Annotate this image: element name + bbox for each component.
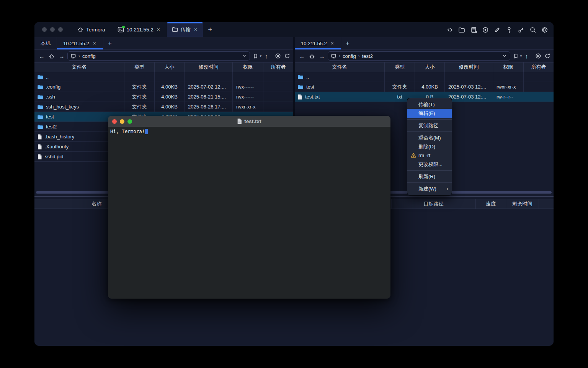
search-icon[interactable]: [529, 26, 536, 33]
chevron-down-icon[interactable]: [242, 53, 247, 59]
column-header[interactable]: 剩余时间: [506, 199, 539, 209]
tab-local[interactable]: 本机: [34, 37, 57, 49]
tab-home[interactable]: Termora: [71, 22, 111, 37]
column-header[interactable]: 修改时间: [445, 62, 493, 72]
code-snippets-icon[interactable]: [446, 26, 453, 33]
right-new-tab-button[interactable]: +: [341, 37, 354, 49]
table-row[interactable]: ..: [295, 72, 554, 82]
folder-icon[interactable]: [458, 26, 465, 33]
minimize-window-button[interactable]: [50, 27, 55, 32]
context-menu: 传输(T) 编辑(E) 复制路径 重命名(M) 删除(D) rm -rf 更改权…: [407, 98, 452, 196]
upload-button[interactable]: ↑: [525, 53, 534, 59]
column-header[interactable]: 速度: [476, 199, 506, 209]
home-button[interactable]: [308, 53, 316, 59]
connected-status-dot: [122, 26, 125, 28]
column-header[interactable]: 大小: [155, 62, 185, 72]
home-button[interactable]: [47, 53, 56, 59]
zoom-window-button[interactable]: [58, 27, 63, 32]
table-row[interactable]: .ssh 文件夹 4.00KB 2025-06-21 15:... rwx---…: [34, 92, 293, 102]
table-row[interactable]: test 文件夹 4.00KB 2025-07-03 12:... rwxr-x…: [295, 82, 554, 92]
back-button[interactable]: ←: [298, 53, 306, 59]
tab-transfer-label: 传输: [181, 26, 191, 33]
close-icon[interactable]: ×: [193, 26, 198, 33]
column-header[interactable]: 目标路径: [392, 199, 476, 209]
menu-item-copy-path[interactable]: 复制路径: [407, 121, 452, 130]
forward-button[interactable]: →: [318, 53, 326, 59]
bookmark-button[interactable]: ▼: [512, 53, 524, 59]
upload-button[interactable]: ↑: [265, 53, 273, 59]
menu-item-transfer[interactable]: 传输(T): [407, 100, 452, 109]
menu-item-chmod[interactable]: 更改权限...: [407, 160, 452, 169]
forward-button[interactable]: →: [57, 53, 66, 59]
editor-titlebar[interactable]: test.txt: [108, 116, 390, 127]
titlebar-actions: [446, 22, 548, 37]
menu-item-rm-rf[interactable]: rm -rf: [407, 151, 452, 160]
file-name: .bash_history: [45, 134, 74, 140]
table-row[interactable]: ssh_host_keys 文件夹 4.00KB 2025-06-26 17:.…: [34, 102, 293, 112]
column-header[interactable]: 类型: [124, 62, 155, 72]
menu-separator: [407, 119, 452, 120]
file-name: test: [306, 84, 314, 90]
column-header[interactable]: 文件名: [34, 62, 124, 72]
keychain-icon[interactable]: [518, 26, 524, 33]
path-segment[interactable]: config: [82, 53, 96, 59]
column-header[interactable]: 所有者: [524, 62, 554, 72]
record-macro-icon[interactable]: [482, 26, 489, 33]
tab-right-host[interactable]: 10.211.55.2 ×: [295, 37, 341, 49]
folder-icon: [298, 75, 303, 79]
column-header[interactable]: 修改时间: [185, 62, 233, 72]
traffic-lights: [34, 22, 71, 37]
bookmark-button[interactable]: ▼: [252, 53, 263, 59]
bookmark-dropdown-icon[interactable]: ▼: [259, 54, 262, 58]
menu-item-new[interactable]: 新建(W) ›: [407, 184, 452, 193]
tab-home-label: Termora: [86, 27, 105, 33]
file-name: .Xauthority: [45, 144, 69, 150]
menu-item-edit[interactable]: 编辑(E): [407, 109, 452, 118]
path-segment[interactable]: test2: [362, 53, 373, 59]
new-tab-button[interactable]: +: [203, 22, 217, 37]
editor-content[interactable]: Hi, Termora!: [108, 127, 390, 299]
show-hidden-toggle[interactable]: [275, 53, 281, 59]
column-header[interactable]: 大小: [415, 62, 445, 72]
column-header[interactable]: 所有者: [263, 62, 293, 72]
left-new-tab-button[interactable]: +: [103, 37, 116, 49]
column-header[interactable]: 类型: [385, 62, 415, 72]
folder-icon: [38, 105, 43, 109]
edit-pencil-icon[interactable]: [494, 26, 501, 33]
close-icon[interactable]: ×: [92, 40, 97, 46]
close-icon[interactable]: ×: [156, 26, 161, 33]
tab-transfer-active[interactable]: 传输 ×: [167, 22, 203, 37]
chevron-down-icon[interactable]: [502, 53, 507, 59]
window-titlebar: Termora 10.211.55.2 × 传输 × +: [34, 22, 554, 37]
key-icon[interactable]: [506, 26, 513, 33]
menu-item-refresh[interactable]: 刷新(R): [407, 172, 452, 181]
file-name: ..: [306, 74, 309, 80]
computer-icon: [70, 53, 76, 59]
table-row[interactable]: ..: [34, 72, 293, 82]
editor-window: test.txt Hi, Termora!: [108, 116, 390, 299]
left-path-input[interactable]: › config: [67, 51, 250, 61]
refresh-button[interactable]: [283, 53, 290, 59]
bookmark-dropdown-icon[interactable]: ▼: [519, 54, 523, 58]
file-name: ..: [46, 74, 49, 80]
column-header[interactable]: 文件名: [295, 62, 385, 72]
path-segment[interactable]: config: [343, 53, 356, 59]
menu-item-rename[interactable]: 重命名(M): [407, 133, 452, 142]
column-header[interactable]: 权限: [233, 62, 263, 72]
settings-gear-icon[interactable]: [541, 26, 548, 33]
menu-item-delete[interactable]: 删除(D): [407, 142, 452, 151]
close-icon[interactable]: ×: [330, 40, 335, 46]
file-name: test.txt: [305, 94, 320, 100]
close-window-button[interactable]: [42, 27, 47, 32]
right-path-input[interactable]: › config › test2: [328, 51, 510, 61]
tab-left-host[interactable]: 10.211.55.2 ×: [57, 37, 103, 49]
file-name: sshd.pid: [45, 154, 63, 159]
column-header[interactable]: 权限: [493, 62, 524, 72]
tab-host-session[interactable]: 10.211.55.2 ×: [111, 22, 167, 37]
show-hidden-toggle[interactable]: [535, 53, 541, 59]
table-row[interactable]: .config 文件夹 4.00KB 2025-07-02 12:... rwx…: [34, 82, 293, 92]
log-icon[interactable]: [470, 26, 477, 33]
left-panel-tabs: 本机 10.211.55.2 × +: [34, 37, 293, 50]
refresh-button[interactable]: [543, 53, 550, 59]
back-button[interactable]: ←: [38, 53, 46, 59]
